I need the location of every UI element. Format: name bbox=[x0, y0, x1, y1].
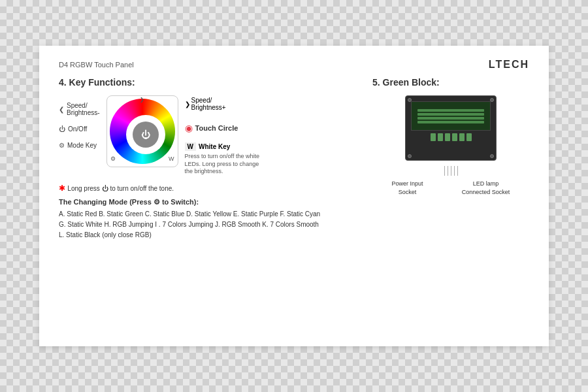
key-functions-section: 4. Key Functions: ❮ Speed/Brightness- ⏻ … bbox=[59, 77, 359, 240]
speed-brightness-plus-text: Speed/Brightness+ bbox=[191, 97, 226, 111]
gear-small-icon: ⚙ bbox=[110, 155, 116, 162]
wire-4 bbox=[454, 166, 455, 176]
white-key-w-letter: W bbox=[185, 142, 196, 151]
color-wheel-inner: ⏻ bbox=[126, 115, 165, 154]
power-input-text: Power Input bbox=[392, 180, 423, 188]
on-off-text: On/Off bbox=[68, 125, 87, 133]
screen-line-2 bbox=[417, 113, 485, 116]
terminal-pin-3 bbox=[445, 133, 450, 141]
power-input-label: Power Input Socket bbox=[392, 180, 423, 196]
page-container: D4 RGBW Touch Panel LTECH 4. Key Functio… bbox=[39, 46, 549, 346]
terminal-pin-6 bbox=[466, 133, 472, 141]
terminal-pin-5 bbox=[459, 133, 465, 141]
on-off-label: ⏻ On/Off bbox=[59, 125, 100, 133]
gear-icon: ⚙ bbox=[59, 142, 65, 149]
terminal-pin-1 bbox=[431, 133, 436, 141]
speed-brightness-minus-label: ❮ Speed/Brightness- bbox=[59, 102, 100, 116]
led-lamp-text: LED lamp bbox=[462, 180, 510, 188]
wire-container bbox=[372, 166, 529, 176]
power-icon: ⏻ bbox=[59, 125, 65, 133]
screw-tl bbox=[408, 98, 412, 102]
green-block-section: 5. Green Block: bbox=[372, 77, 529, 240]
white-key-description: Press to turn on/off the white LEDs. Lon… bbox=[185, 153, 263, 176]
screw-bl bbox=[408, 154, 412, 158]
top-bar: D4 RGBW Touch Panel LTECH bbox=[59, 59, 529, 71]
screw-br bbox=[490, 154, 494, 158]
asterisk-icon: ✱ bbox=[59, 184, 67, 193]
speed-brightness-minus-text: Speed/Brightness- bbox=[67, 102, 100, 116]
controller-screen bbox=[411, 101, 491, 131]
modes-list: A. Static Red B. Static Green C. Static … bbox=[59, 209, 359, 240]
center-button[interactable]: ⏻ bbox=[133, 122, 159, 148]
color-wheel: ⏻ bbox=[110, 99, 175, 164]
controller-terminals bbox=[406, 133, 496, 141]
touch-circle-label: Touch Circle bbox=[195, 124, 238, 132]
touch-panel-graphic: ⏻ W ⚙ ❯ bbox=[106, 95, 178, 167]
screen-line-3 bbox=[417, 117, 485, 120]
modes-row-2: G. Static White H. RGB Jumping I . 7 Col… bbox=[59, 220, 359, 230]
document-title: D4 RGBW Touch Panel bbox=[59, 61, 134, 69]
kf-labels-left: ❮ Speed/Brightness- ⏻ On/Off ⚙ Mode Key bbox=[59, 95, 100, 176]
mode-key-label: ⚙ Mode Key bbox=[59, 142, 100, 149]
w-label: W bbox=[169, 155, 174, 162]
wire-3 bbox=[451, 166, 451, 176]
socket-text: Socket bbox=[392, 188, 423, 197]
white-key-row: W White Key Press to turn on/off the whi… bbox=[185, 142, 263, 176]
screw-tr bbox=[490, 98, 494, 102]
wire-1 bbox=[444, 166, 445, 176]
modes-row-3: L. Static Black (only close RGB) bbox=[59, 230, 359, 240]
led-lamp-label: LED lamp Connected Socket bbox=[462, 180, 510, 196]
brand-logo: LTECH bbox=[489, 59, 529, 71]
white-key-info: W White Key Press to turn on/off the whi… bbox=[185, 142, 263, 176]
green-block-labels: Power Input Socket LED lamp Connected So… bbox=[372, 180, 529, 196]
changing-mode-title: The Changing Mode (Press ⚙ to Switch): bbox=[59, 198, 359, 206]
main-content: 4. Key Functions: ❮ Speed/Brightness- ⏻ … bbox=[59, 77, 529, 240]
key-functions-area: ❮ Speed/Brightness- ⏻ On/Off ⚙ Mode Key bbox=[59, 95, 359, 176]
white-key-label: White Key bbox=[199, 143, 230, 150]
bracket-left-icon: ❮ bbox=[59, 106, 64, 113]
bracket-right-icon: ❯ bbox=[185, 101, 190, 108]
modes-row-1: A. Static Red B. Static Green C. Static … bbox=[59, 209, 359, 220]
section4-title: 4. Key Functions: bbox=[59, 77, 359, 88]
controller-device bbox=[405, 95, 497, 161]
kf-labels-right: ❯ Speed/Brightness+ ◉ Touch Circle W Whi… bbox=[185, 95, 263, 176]
touch-circle-icon: ◉ bbox=[185, 123, 193, 133]
top-arrow-icon: ❯ bbox=[140, 97, 144, 103]
wire-2 bbox=[448, 166, 448, 176]
long-press-text: Long press ⏻ to turn on/off the tone. bbox=[67, 185, 174, 192]
section5-title: 5. Green Block: bbox=[372, 77, 529, 88]
speed-brightness-plus-label: ❯ Speed/Brightness+ bbox=[185, 97, 263, 111]
screen-line-4 bbox=[417, 121, 485, 123]
screen-line-1 bbox=[417, 109, 485, 112]
mode-key-text: Mode Key bbox=[67, 142, 97, 149]
touch-circle-row: ◉ Touch Circle bbox=[185, 123, 263, 133]
terminal-pin-4 bbox=[452, 133, 457, 141]
connected-socket-text: Connected Socket bbox=[462, 188, 510, 197]
terminal-pin-2 bbox=[438, 133, 443, 141]
long-press-note: ✱ Long press ⏻ to turn on/off the tone. bbox=[59, 184, 359, 193]
wire-5 bbox=[457, 166, 458, 176]
